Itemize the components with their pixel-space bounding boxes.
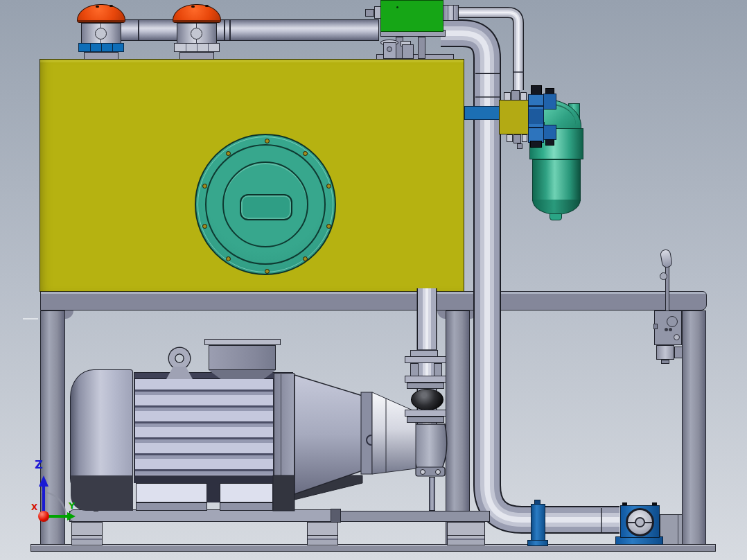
frame-bottom-rail — [30, 544, 716, 552]
cover-bolt — [326, 224, 331, 229]
motor-underside — [134, 475, 274, 483]
manifold-bottom-nut — [513, 134, 521, 143]
vibration-isolator[interactable] — [71, 522, 103, 545]
breather-collar — [174, 43, 220, 52]
valve-lower-cylinder — [656, 345, 674, 360]
valve-lower-tab — [674, 347, 683, 358]
frame-post-right — [682, 310, 706, 546]
valve-black-base — [530, 141, 542, 148]
manifold-block[interactable] — [499, 100, 529, 134]
motor-foot-base — [220, 502, 273, 511]
cover-bolt — [265, 139, 270, 143]
valve-side-tab — [653, 324, 658, 329]
vibration-isolator[interactable] — [447, 522, 485, 545]
motor-fin-body — [134, 379, 274, 475]
directional-valve-stack[interactable] — [528, 94, 544, 143]
valve-dot — [665, 328, 668, 331]
filter-bowl[interactable] — [532, 159, 581, 201]
motor-foot — [220, 483, 273, 502]
frame-step-line — [678, 515, 678, 544]
suction-elbow — [412, 424, 446, 476]
cover-bolt — [265, 269, 270, 274]
valve-stem-collar — [660, 272, 667, 280]
breather-tick — [205, 5, 209, 7]
origin-sphere — [38, 511, 49, 522]
valve-fitting — [543, 125, 556, 140]
tank-fitting-knob — [387, 46, 392, 52]
joint-flange — [405, 376, 446, 383]
gauge-side-nut — [365, 9, 374, 17]
cover-center-plate — [240, 194, 292, 220]
z-axis-label: Z — [35, 460, 43, 471]
tank-outlet-stub — [464, 106, 500, 120]
pipe-clamp-flange[interactable] — [531, 504, 545, 541]
manifold-top-nut — [520, 92, 527, 100]
gauge-dot — [396, 6, 398, 8]
frame-fillet — [470, 310, 478, 319]
breather-tick — [109, 5, 113, 7]
valve-dot — [669, 328, 672, 331]
tank-access-cover[interactable] — [195, 134, 336, 275]
manifold-bottom-nut — [507, 134, 513, 142]
breather-base — [84, 52, 118, 60]
valve-fitting — [543, 94, 556, 110]
cover-bolt — [226, 256, 231, 261]
support-face — [626, 508, 654, 536]
motor-mounting-plate[interactable] — [69, 509, 340, 522]
pipe-joint-line — [229, 20, 231, 40]
valve-stem — [665, 265, 669, 312]
breather-knob — [95, 28, 107, 40]
cover-bolt — [226, 151, 231, 156]
cover-bolt — [202, 224, 207, 229]
breather-tick — [191, 6, 195, 8]
manifold-nub — [517, 143, 522, 149]
valve-screw — [674, 334, 680, 340]
end-shield-line — [281, 374, 281, 488]
valve-lever-knob[interactable] — [660, 249, 673, 268]
breather-knob — [191, 28, 202, 40]
valve-port-circle — [667, 316, 678, 327]
frame-top-beam — [40, 291, 707, 310]
motor-foot-base — [136, 502, 207, 511]
pipe-clamp-base — [527, 540, 548, 546]
terminal-box-flange — [204, 339, 281, 345]
vibration-isolator[interactable] — [307, 522, 338, 545]
pipe-joint-line — [138, 20, 139, 40]
lifting-eye-base — [166, 367, 193, 379]
breather-tick — [96, 6, 99, 8]
frame-fillet — [437, 310, 446, 319]
breather-collar — [78, 43, 124, 52]
joint-bolt-tab — [410, 363, 419, 376]
cover-bolt — [202, 184, 207, 189]
terminal-box — [209, 345, 276, 370]
filter-drain-stub — [550, 213, 562, 220]
cover-bolt — [303, 151, 308, 156]
manifold-top-nut — [511, 90, 520, 100]
cover-bolt — [303, 256, 308, 261]
valve-body-block[interactable] — [654, 310, 682, 345]
drain-rod — [429, 477, 435, 511]
mouse-cursor — [23, 318, 38, 320]
joint-flange — [407, 383, 444, 389]
joint-flange — [407, 417, 444, 423]
y-axis-arrowhead — [67, 512, 76, 520]
breather-dome-rim — [78, 20, 125, 22]
top-header-pipe[interactable] — [97, 19, 379, 41]
joint-flange — [405, 356, 446, 363]
pipe-joint-line — [224, 20, 225, 40]
tank-fitting — [402, 44, 414, 59]
joint-flange — [405, 410, 446, 417]
tank-top-lip — [40, 60, 464, 62]
breather-dome-rim — [173, 20, 220, 22]
valve-segment-line — [528, 105, 544, 107]
level-gauge-box[interactable] — [380, 0, 443, 32]
cad-viewport[interactable]: Z Y X — [0, 0, 747, 560]
frame-fillet — [65, 310, 73, 319]
cover-bolt — [326, 184, 331, 189]
joint-bolt-tab — [434, 363, 442, 376]
breather-base — [179, 52, 214, 60]
gauge-support — [418, 37, 425, 59]
frame-step-block — [660, 514, 683, 545]
plate-end-cap — [331, 509, 341, 523]
filter-bowl-dome — [532, 200, 581, 215]
